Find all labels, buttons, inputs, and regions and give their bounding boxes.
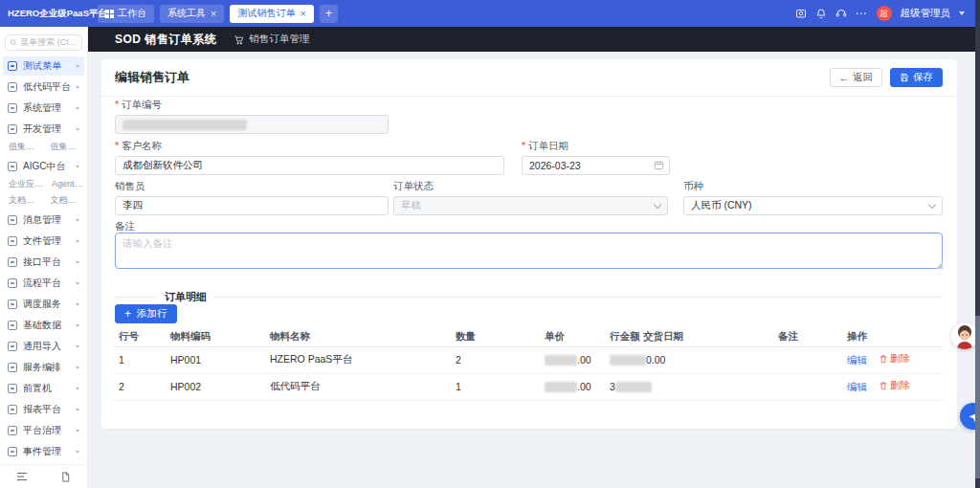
cell-material-name: HZERO PaaS平台 xyxy=(266,346,452,373)
chevron-down-icon xyxy=(76,219,79,222)
cell-quantity: 2 xyxy=(452,346,541,373)
edit-link[interactable]: 编辑 xyxy=(847,354,867,366)
add-row-button[interactable]: + 添加行 xyxy=(115,304,177,323)
collapse-icon[interactable] xyxy=(16,472,28,482)
tab-label: 测试销售订单 xyxy=(237,7,295,20)
sidebar-subitem[interactable]: 文档关键词 xyxy=(51,194,85,207)
sidebar-item-4[interactable]: AIGC中台 xyxy=(3,157,84,176)
support-icon[interactable] xyxy=(835,8,847,19)
sidebar-item-12[interactable]: 服务编排 xyxy=(3,358,84,377)
system-title: SOD 销售订单系统 xyxy=(115,32,216,48)
sidebar-item-7[interactable]: 接口平台 xyxy=(3,253,84,272)
customer-field[interactable] xyxy=(115,156,504,175)
column-header: 数量 xyxy=(452,327,541,346)
camera-icon[interactable] xyxy=(795,8,807,19)
back-button[interactable]: ← 返回 xyxy=(830,68,883,87)
arrow-left-icon: ← xyxy=(839,72,850,83)
sidebar-subrow: 值集配置值集视图 xyxy=(3,141,84,157)
cell-line-no: 1 xyxy=(115,346,167,373)
sidebar-item-1[interactable]: 低代码平台 xyxy=(3,78,84,97)
sidebar-item-8[interactable]: 流程平台 xyxy=(3,274,84,293)
calendar-icon[interactable] xyxy=(654,160,664,172)
sidebar-subitem[interactable]: 文档库管理 xyxy=(9,194,43,207)
order-date-field[interactable] xyxy=(522,156,670,175)
sidebar-subitem[interactable]: Agent管理 xyxy=(52,178,84,190)
sidebar-item-15[interactable]: 平台治理 xyxy=(3,421,84,440)
sidebar-item-14[interactable]: 报表平台 xyxy=(3,400,84,419)
delete-link[interactable]: 删除 xyxy=(879,379,910,392)
sidebar-item-2[interactable]: 系统管理 xyxy=(3,99,84,118)
menu-icon xyxy=(8,363,17,372)
sidebar-item-label: AIGC中台 xyxy=(23,160,76,173)
chevron-down-icon xyxy=(76,166,79,168)
order-form-card: 编辑销售订单 ← 返回 保存 xyxy=(101,59,957,429)
sidebar-item-6[interactable]: 文件管理 xyxy=(3,232,84,251)
delete-link[interactable]: 删除 xyxy=(879,352,910,366)
menu-icon xyxy=(8,236,17,246)
remark-field[interactable] xyxy=(115,233,943,269)
menu-search-input[interactable]: 菜单搜索 (Ctrl+/) xyxy=(5,34,82,51)
sidebar-footer xyxy=(0,464,87,482)
menu-icon xyxy=(8,103,17,113)
sidebar-subitem[interactable]: 企业应用库 xyxy=(9,178,44,190)
menu-icon xyxy=(8,124,17,134)
edit-link[interactable]: 编辑 xyxy=(847,381,867,392)
sidebar-item-10[interactable]: 基础数据 xyxy=(3,316,84,335)
menu-icon xyxy=(8,278,17,288)
sidebar-subrow: 文档库管理文档关键词 xyxy=(3,194,84,211)
more-icon[interactable]: ⋯ xyxy=(856,8,868,19)
username[interactable]: 超级管理员 xyxy=(901,7,951,20)
chevron-down-icon[interactable] xyxy=(959,11,965,15)
tab-close-icon[interactable]: × xyxy=(211,9,216,19)
scrollbar-thumb[interactable] xyxy=(975,316,980,478)
sidebar-item-label: 开发管理 xyxy=(23,122,76,136)
sidebar-subitem[interactable]: 值集配置 xyxy=(9,141,43,153)
save-button[interactable]: 保存 xyxy=(890,68,943,87)
sidebar-item-0[interactable]: 测试菜单 xyxy=(3,56,84,76)
cell-material-name: 低代码平台 xyxy=(266,373,452,400)
amount-prefix: 3 xyxy=(610,381,615,392)
amount-suffix: .00 xyxy=(577,354,591,366)
cell-quantity: 1 xyxy=(452,373,541,400)
tab-close-icon[interactable]: × xyxy=(300,9,305,19)
sidebar-subrow: 企业应用库Agent管理 xyxy=(3,178,84,194)
section-divider: 订单明细 xyxy=(115,290,943,304)
currency-select[interactable]: 人民币 (CNY) xyxy=(683,196,943,215)
order-date-label: 订单日期 xyxy=(522,140,670,153)
cell-unit-price: .00 xyxy=(541,373,606,400)
tab-0[interactable]: 工作台 xyxy=(98,5,154,23)
tab-label: 工作台 xyxy=(118,7,146,20)
detail-table: 行号物料编码物料名称数量单价行金额交货日期备注操作 1HP001HZERO Pa… xyxy=(115,327,943,401)
bell-icon[interactable] xyxy=(815,8,827,19)
grid-icon xyxy=(105,10,114,18)
redacted-value xyxy=(545,382,577,392)
sidebar-item-label: 调度服务 xyxy=(23,298,76,311)
chevron-down-icon xyxy=(76,65,79,68)
avatar[interactable]: 超 xyxy=(877,6,892,21)
sidebar-subitem[interactable]: 值集视图 xyxy=(51,141,85,153)
tab-bar: 工作台系统工具×测试销售订单×+ xyxy=(98,5,338,23)
menu-icon xyxy=(8,61,17,71)
chevron-down-icon xyxy=(928,200,936,208)
tab-1[interactable]: 系统工具× xyxy=(160,5,224,23)
menu-icon xyxy=(8,405,17,414)
tab-2[interactable]: 测试销售订单× xyxy=(230,5,313,23)
sidebar-item-16[interactable]: 事件管理 xyxy=(3,442,84,461)
sidebar-item-label: 低代码平台 xyxy=(23,80,76,94)
table-body: 1HP001HZERO PaaS平台2.000.00编辑删除2HP002低代码平… xyxy=(115,346,943,400)
sidebar-item-5[interactable]: 消息管理 xyxy=(3,211,84,230)
delete-label: 删除 xyxy=(890,352,910,366)
sidebar-item-3[interactable]: 开发管理 xyxy=(3,120,84,139)
tab-label: 系统工具 xyxy=(167,7,206,20)
document-icon[interactable] xyxy=(60,472,71,482)
add-tab-button[interactable]: + xyxy=(320,5,338,23)
salesman-field[interactable] xyxy=(115,196,389,215)
sidebar-item-11[interactable]: 通用导入 xyxy=(3,337,84,356)
sidebar-item-9[interactable]: 调度服务 xyxy=(3,295,84,314)
sidebar-item-13[interactable]: 前置机 xyxy=(3,379,84,398)
search-icon xyxy=(10,38,17,47)
column-header: 备注 xyxy=(774,327,843,346)
page-title: 编辑销售订单 xyxy=(115,69,189,86)
assistant-avatar[interactable] xyxy=(951,322,978,349)
sidebar-item-label: 基础数据 xyxy=(23,319,76,332)
